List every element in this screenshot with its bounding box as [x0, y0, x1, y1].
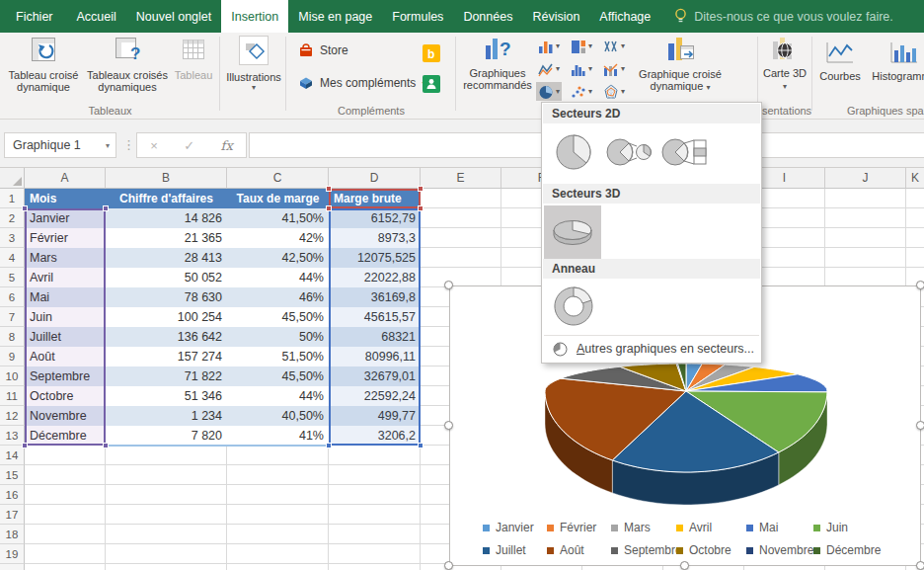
cell-C5[interactable]: 44% — [227, 268, 329, 287]
insert-bar-chart-button[interactable]: ▾ — [569, 37, 594, 55]
row-header-13[interactable]: 13 — [0, 426, 25, 446]
cell-B1[interactable]: Chiffre d'affaires — [106, 189, 227, 208]
pie-2d-icon[interactable] — [548, 126, 599, 178]
row-header-16[interactable]: 16 — [0, 485, 25, 505]
legend-item-Octobre[interactable]: Octobre — [689, 543, 732, 557]
pie-of-pie-icon[interactable] — [603, 126, 654, 178]
cell-C6[interactable]: 46% — [227, 287, 329, 307]
cell-D4[interactable]: 12075,525 — [329, 248, 421, 268]
tab-fichier[interactable]: Fichier — [2, 0, 67, 33]
name-box[interactable]: Graphique 1 ▾ — [4, 132, 116, 158]
legend-item-Décembre[interactable]: Décembre — [826, 543, 881, 557]
cell-A1[interactable]: Mois — [25, 189, 106, 208]
tab-affichage[interactable]: Affichage — [589, 0, 660, 33]
tab-mise-en-page[interactable]: Mise en page — [288, 0, 382, 33]
legend-item-Mars[interactable]: Mars — [624, 521, 651, 534]
row-header-3[interactable]: 3 — [0, 228, 25, 248]
chart-resize-handle[interactable] — [444, 281, 453, 289]
chart-resize-handle[interactable] — [916, 421, 924, 430]
cell-D5[interactable]: 22022,88 — [329, 268, 421, 287]
cell-A6[interactable]: Mai — [25, 287, 106, 307]
column-header-J[interactable]: J — [825, 168, 906, 189]
row-header-12[interactable]: 12 — [0, 406, 25, 426]
insert-line-chart-button[interactable]: ▾ — [536, 59, 562, 78]
cell-B2[interactable]: 14 826 — [106, 208, 227, 228]
column-header-B[interactable]: B — [106, 168, 227, 189]
insert-column-chart-button[interactable]: ▾ — [536, 37, 562, 55]
cell-A4[interactable]: Mars — [25, 248, 106, 268]
cell-A11[interactable]: Octobre — [25, 386, 106, 406]
row-header-9[interactable]: 9 — [0, 347, 25, 366]
cell-D9[interactable]: 80996,11 — [329, 347, 421, 366]
chart-resize-handle[interactable] — [680, 561, 689, 570]
cell-B13[interactable]: 7 820 — [106, 426, 227, 446]
cell-C11[interactable]: 44% — [227, 386, 329, 406]
legend-item-Mai[interactable]: Mai — [759, 521, 778, 534]
cell-B10[interactable]: 71 822 — [106, 366, 227, 386]
recommended-charts-button[interactable]: ? Graphiques recommandés — [462, 36, 533, 91]
tab-accueil[interactable]: Accueil — [67, 0, 126, 33]
store-button[interactable]: Store — [298, 42, 348, 58]
select-all-corner[interactable] — [0, 168, 25, 189]
sparkline-line-button[interactable]: Courbes — [814, 41, 866, 82]
cell-C10[interactable]: 45,50% — [227, 366, 329, 386]
cell-D2[interactable]: 6152,79 — [329, 208, 421, 228]
cell-D13[interactable]: 3206,2 — [329, 426, 421, 446]
illustrations-button[interactable]: Illustrations ▾ — [226, 36, 281, 92]
cell-C3[interactable]: 42% — [227, 228, 329, 248]
legend-item-Avril[interactable]: Avril — [689, 521, 712, 534]
row-header-1[interactable]: 1 — [0, 189, 25, 208]
legend-item-Juin[interactable]: Juin — [826, 521, 848, 534]
bar-of-pie-icon[interactable] — [658, 126, 710, 178]
cell-A10[interactable]: Septembre — [25, 366, 106, 386]
tab-formules[interactable]: Formules — [382, 0, 453, 33]
tab-r-vision[interactable]: Révision — [522, 0, 589, 33]
cell-D11[interactable]: 22592,24 — [329, 386, 421, 406]
column-header-K[interactable]: K — [906, 168, 924, 189]
cell-C4[interactable]: 42,50% — [227, 248, 329, 268]
insert-pie-chart-button[interactable]: ▾ — [536, 82, 562, 101]
enter-icon[interactable]: ✓ — [184, 138, 194, 153]
row-header-11[interactable]: 11 — [0, 386, 25, 406]
sparkline-column-button[interactable]: Histogramme — [870, 41, 924, 82]
row-header-10[interactable]: 10 — [0, 366, 25, 386]
chart-resize-handle[interactable] — [444, 561, 453, 570]
cell-D3[interactable]: 8973,3 — [329, 228, 421, 248]
cell-B9[interactable]: 157 274 — [106, 347, 227, 366]
cell-C8[interactable]: 50% — [227, 327, 329, 347]
row-header-19[interactable]: 19 — [0, 544, 25, 564]
bing-maps-icon[interactable]: b — [423, 44, 440, 62]
row-header-14[interactable]: 14 — [0, 446, 25, 465]
column-header-D[interactable]: D — [329, 168, 421, 189]
cell-A12[interactable]: Novembre — [25, 406, 106, 426]
map-3d-button[interactable]: Carte 3D ▾ — [760, 36, 809, 93]
cell-A3[interactable]: Février — [25, 228, 106, 248]
cell-C2[interactable]: 41,50% — [227, 208, 329, 228]
column-header-A[interactable]: A — [25, 168, 106, 189]
cell-B11[interactable]: 51 346 — [106, 386, 227, 406]
legend-item-Septembre[interactable]: Septembre — [624, 543, 682, 557]
more-pie-charts-item[interactable]: Autres graphiques en secteurs... — [543, 336, 760, 362]
cell-B4[interactable]: 28 413 — [106, 248, 227, 268]
column-header-C[interactable]: C — [227, 168, 329, 189]
legend-item-Février[interactable]: Février — [560, 521, 596, 534]
cell-D7[interactable]: 45615,57 — [329, 307, 421, 327]
cell-A9[interactable]: Août — [25, 347, 106, 366]
legend-item-Août[interactable]: Août — [560, 543, 584, 557]
row-header-15[interactable]: 15 — [0, 465, 25, 485]
pivot-chart-button[interactable]: Graphique croisé dynamique ▾ — [633, 36, 728, 94]
cell-B6[interactable]: 78 630 — [106, 287, 227, 307]
tab-insertion[interactable]: Insertion — [221, 0, 288, 33]
cell-D10[interactable]: 32679,01 — [329, 366, 421, 386]
legend-item-Juillet[interactable]: Juillet — [496, 543, 526, 557]
pie-3d-icon[interactable] — [544, 205, 601, 259]
cancel-icon[interactable]: × — [150, 138, 158, 153]
cell-D8[interactable]: 68321 — [329, 327, 421, 347]
my-addins-button[interactable]: Mes compléments ▾ — [298, 75, 425, 91]
row-header-4[interactable]: 4 — [0, 248, 25, 268]
pivot-table-button[interactable]: Tableau croisé dynamique — [3, 36, 84, 93]
cell-A8[interactable]: Juillet — [25, 327, 106, 347]
insert-combo-chart-button[interactable]: ▾ — [601, 59, 627, 78]
row-header-7[interactable]: 7 — [0, 307, 25, 327]
insert-radar-chart-button[interactable]: ▾ — [601, 82, 627, 101]
